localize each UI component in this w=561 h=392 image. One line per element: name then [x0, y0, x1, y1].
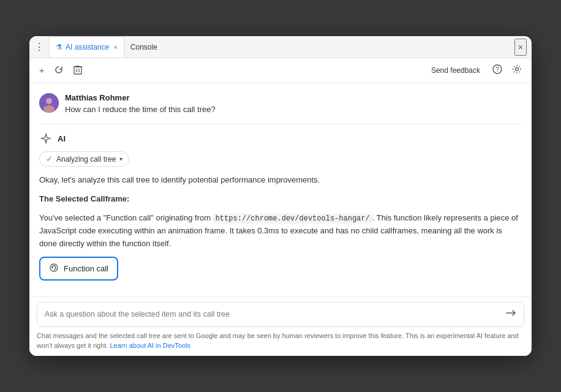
settings-icon	[512, 64, 522, 74]
disclaimer-body: Chat messages and the selected call tree…	[37, 332, 519, 350]
tab-close-icon[interactable]: ×	[113, 43, 117, 51]
delete-button[interactable]	[71, 62, 85, 79]
ai-section-title: The Selected Callframe:	[39, 193, 522, 206]
ai-code-url: https://chrome.dev/devtools-hangar/	[213, 214, 372, 224]
section-divider	[39, 124, 522, 124]
svg-point-6	[43, 105, 55, 113]
svg-point-5	[46, 98, 52, 104]
ai-sparkle-icon	[40, 132, 52, 145]
ai-label: AI	[58, 134, 66, 143]
user-avatar	[39, 93, 59, 113]
history-icon	[54, 65, 64, 75]
delete-icon	[73, 65, 82, 75]
check-icon: ✓	[46, 154, 53, 164]
history-button[interactable]	[51, 62, 66, 79]
user-message: Matthias Rohmer How can I reduce the tim…	[39, 93, 522, 114]
help-icon: ?	[492, 64, 502, 74]
analyzing-badge[interactable]: ✓ Analyzing call tree ▾	[39, 151, 129, 167]
ai-body-text-1: You've selected a "Function call" origin…	[39, 213, 213, 222]
tab-console-label: Console	[130, 43, 157, 51]
tab-bar: ⋮ ⚗ AI assistance × Console ×	[29, 36, 532, 58]
input-area: Chat messages and the selected call tree…	[29, 296, 532, 356]
user-name: Matthias Rohmer	[65, 93, 522, 102]
ai-header: AI	[39, 132, 522, 145]
ai-body-text: You've selected a "Function call" origin…	[39, 212, 522, 251]
ai-assistance-icon: ⚗	[56, 43, 62, 51]
avatar-image	[39, 93, 59, 113]
function-call-card[interactable]: Function call	[39, 257, 118, 281]
tab-console[interactable]: Console	[124, 36, 164, 58]
toolbar: + Send feedback ?	[29, 58, 532, 83]
disclaimer-link[interactable]: Learn about AI in DevTools	[110, 342, 190, 349]
new-button[interactable]: +	[37, 63, 47, 78]
function-call-icon	[49, 263, 59, 274]
ai-section: AI ✓ Analyzing call tree ▾ Okay, let's a…	[39, 132, 522, 288]
menu-dots[interactable]: ⋮	[34, 41, 44, 53]
send-icon	[505, 307, 516, 318]
ai-icon	[39, 132, 53, 145]
question-input[interactable]	[45, 310, 500, 318]
user-message-body: Matthias Rohmer How can I reduce the tim…	[65, 93, 522, 114]
disclaimer-text: Chat messages and the selected call tree…	[37, 331, 524, 351]
window-close-button[interactable]: ×	[514, 39, 527, 56]
rotate-icon	[49, 263, 59, 273]
help-button[interactable]: ?	[490, 62, 505, 79]
chevron-down-icon: ▾	[119, 156, 122, 162]
devtools-window: ⋮ ⚗ AI assistance × Console × +	[29, 36, 532, 355]
input-row	[37, 302, 524, 327]
send-button[interactable]	[505, 307, 516, 322]
svg-rect-0	[74, 67, 81, 74]
svg-point-7	[50, 264, 58, 271]
user-text: How can I reduce the time of this call t…	[65, 105, 522, 114]
svg-point-3	[516, 68, 519, 71]
svg-text:?: ?	[495, 66, 499, 73]
ai-intro-text: Okay, let's analyze this call tree to id…	[39, 174, 522, 187]
tab-ai-assistance[interactable]: ⚗ AI assistance ×	[49, 36, 124, 58]
chat-content: Matthias Rohmer How can I reduce the tim…	[29, 83, 532, 296]
function-call-label: Function call	[64, 264, 108, 273]
send-feedback-button[interactable]: Send feedback	[426, 64, 485, 77]
analyzing-badge-label: Analyzing call tree	[56, 155, 116, 164]
settings-button[interactable]	[510, 62, 524, 79]
tab-ai-assistance-label: AI assistance	[66, 43, 109, 51]
